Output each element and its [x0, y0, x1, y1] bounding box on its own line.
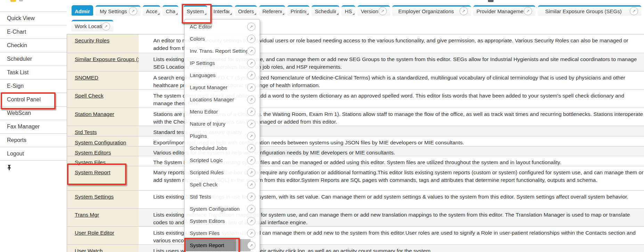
external-link-icon	[247, 23, 255, 31]
link-system-report[interactable]: System Report	[75, 169, 111, 175]
tab-similar-exposure-groups[interactable]: Similar Exposure Groups (SEGs)	[538, 5, 641, 16]
menu-item-system-report[interactable]: System Report	[185, 239, 260, 251]
sidebar-item-e-sign[interactable]: E-Sign	[0, 79, 67, 93]
pushpin-icon	[7, 165, 11, 170]
menu-item-nature-of-injury[interactable]: Nature of Injury	[185, 118, 260, 130]
link-snomed[interactable]: SNOMED	[75, 75, 98, 81]
menu-item-scripted-logic[interactable]: Scripted Logic	[185, 154, 260, 166]
menu-item-layout-manager[interactable]: Layout Manager	[185, 81, 260, 93]
tab-version[interactable]: Version	[358, 5, 390, 16]
link-system-editors[interactable]: System Editors	[75, 150, 111, 156]
tab-label: Work Locations	[75, 23, 102, 29]
sidebar-pin-toggle[interactable]	[0, 161, 67, 174]
tab-provider-management[interactable]: Provider Management	[473, 5, 535, 16]
tab-reference[interactable]: Reference	[259, 5, 285, 16]
tab-label: Reference	[262, 8, 282, 14]
table-row: User Watch Lists users who are watched a…	[67, 245, 644, 252]
tab-access[interactable]: Access	[143, 5, 160, 16]
link-station-manager[interactable]: Station Manager	[75, 111, 114, 117]
link-std-tests[interactable]: Std Tests	[75, 129, 97, 135]
external-link-icon	[247, 47, 255, 55]
tab-label: Admin	[75, 8, 90, 14]
table-row: System Files The System Files editor lis…	[67, 156, 644, 166]
external-link-icon	[247, 120, 255, 128]
tab-work-locations[interactable]: Work Locations	[72, 20, 113, 31]
tab-label: Similar Exposure Groups (SEGs)	[545, 8, 622, 14]
menu-item-std-tests[interactable]: Std Tests	[185, 191, 260, 203]
table-row: System Settings Lists existing System Se…	[67, 191, 644, 209]
external-link-icon	[247, 229, 255, 237]
sidebar-item-checkin[interactable]: Checkin	[0, 39, 67, 52]
external-link-icon	[247, 217, 255, 225]
table-row: SNOMED A search engine for SNOMED CT (Sy…	[67, 72, 644, 90]
link-system-settings[interactable]: System Settings	[75, 194, 114, 200]
table-row: Similar Exposure Groups (SEGs) Lists exi…	[67, 53, 644, 72]
external-link-icon	[129, 7, 137, 15]
link-user-watch[interactable]: User Watch	[75, 248, 103, 252]
table-row: System Editors Various editors for the s…	[67, 146, 644, 156]
tab-label: Scheduling	[315, 8, 336, 14]
external-link-icon	[247, 108, 255, 116]
sidebar-item-reports[interactable]: Reports	[0, 134, 67, 147]
menu-item-languages[interactable]: Languages	[185, 69, 260, 81]
tab-label: HSP	[345, 8, 352, 14]
tab-label: Access	[146, 8, 157, 14]
tab-system[interactable]: System	[184, 5, 207, 16]
sidebar-item-task-list[interactable]: Task List	[0, 66, 67, 79]
menu-item-plugins[interactable]: Plugins	[185, 130, 260, 142]
external-link-icon	[247, 168, 255, 177]
menu-item-system-configuration[interactable]: System Configuration	[185, 203, 260, 215]
link-trans-mgr[interactable]: Trans Mgr	[75, 212, 99, 218]
sidebar-item-logout[interactable]: Logout	[0, 147, 67, 161]
sidebar-item-webscan[interactable]: WebScan	[0, 107, 67, 120]
external-link-icon	[459, 7, 468, 15]
sidebar-item-control-panel[interactable]: Control Panel	[0, 93, 67, 107]
tab-label: Printing	[291, 8, 306, 14]
menu-item-inv-trans-report-settings[interactable]: Inv. Trans. Report Settings	[185, 45, 260, 57]
tab-admin[interactable]: Admin	[72, 5, 93, 16]
tab-interface[interactable]: Interface	[210, 5, 233, 16]
link-security-roles[interactable]: Security Roles	[75, 37, 109, 43]
menu-item-spell-check[interactable]: Spell Check	[185, 178, 260, 191]
tab-label: Orders	[238, 8, 254, 14]
external-link-icon	[524, 7, 532, 15]
link-system-files[interactable]: System Files	[75, 159, 106, 165]
menu-item-scheduled-jobs[interactable]: Scheduled Jobs	[185, 142, 260, 154]
menu-item-menu-editor[interactable]: Menu Editor	[185, 106, 260, 118]
sidebar: Quick View E-Chart Checkin Scheduler Tas…	[0, 11, 67, 174]
link-system-configuration[interactable]: System Configuration	[75, 140, 126, 145]
external-link-icon	[247, 156, 255, 165]
tab-chart[interactable]: Chart	[163, 5, 178, 16]
webchart-control-panel-screen: Quick View E-Chart Checkin Scheduler Tas…	[0, 0, 644, 252]
external-link-icon	[247, 205, 255, 213]
external-link-icon	[378, 7, 387, 15]
external-link-icon	[247, 144, 255, 152]
admin-tab-bar: Admin My Settings Access Chart System In…	[0, 0, 644, 33]
table-row: Trans Mgr Lists existing Interface Trans…	[67, 209, 644, 227]
tab-label: Version	[361, 8, 378, 14]
tab-label: Chart	[166, 8, 175, 14]
link-user-role-editor[interactable]: User Role Editor	[75, 230, 114, 236]
tab-label: Provider Management	[476, 8, 524, 14]
sidebar-item-scheduler[interactable]: Scheduler	[0, 52, 67, 66]
tab-scheduling[interactable]: Scheduling	[312, 5, 339, 16]
menu-item-system-editors[interactable]: System Editors	[185, 215, 260, 227]
tab-my-settings[interactable]: My Settings	[96, 5, 140, 16]
menu-item-system-files[interactable]: System Files	[185, 227, 260, 239]
tab-label: Employer Organizations	[398, 8, 454, 14]
menu-item-locations-manager[interactable]: Locations Manager	[185, 93, 260, 106]
tab-hsp[interactable]: HSP	[342, 5, 355, 16]
sidebar-item-fax-manager[interactable]: Fax Manager	[0, 120, 67, 134]
menu-item-ip-settings[interactable]: IP Settings	[185, 57, 260, 69]
system-dropdown-menu: AC Editor Colors Inv. Trans. Report Sett…	[184, 19, 260, 252]
table-row: Security Roles An editor to manage secur…	[67, 34, 644, 53]
control-panel-editors-table: Security Roles An editor to manage secur…	[67, 34, 644, 252]
menu-item-scripted-rules[interactable]: Scripted Rules	[185, 166, 260, 178]
link-spell-check[interactable]: Spell Check	[75, 93, 104, 99]
menu-item-colors[interactable]: Colors	[185, 33, 260, 45]
menu-item-ac-editor[interactable]: AC Editor	[185, 20, 260, 33]
tab-orders[interactable]: Orders	[235, 5, 257, 16]
tab-printing[interactable]: Printing	[287, 5, 309, 16]
tab-employer-organizations[interactable]: Employer Organizations	[392, 5, 471, 16]
external-link-icon	[247, 180, 255, 189]
